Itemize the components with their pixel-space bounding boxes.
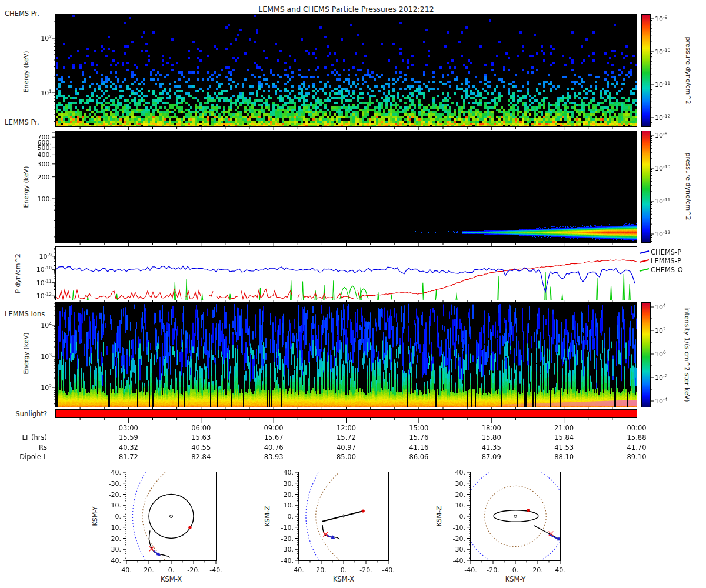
time-row-value: 88.10: [554, 453, 574, 461]
colorbar4-tick-label: 10-4: [655, 397, 667, 406]
orbit2-ytick-label: 20.: [284, 490, 294, 498]
colorbar4-tick-label: 100: [655, 350, 666, 359]
orbit3-ytick-label: -40.: [453, 557, 465, 564]
time-row-value: 41.53: [554, 443, 574, 452]
orbit2-ytick-label: -10.: [281, 523, 294, 531]
pressure-ytick-label: 10-12: [36, 292, 52, 300]
time-row-value: 40.32: [119, 443, 138, 452]
colorbar2-tick-label: 10-10: [655, 164, 670, 173]
orbit1-ytick-label: 10.: [111, 523, 122, 531]
time-row-value: 82.84: [191, 453, 211, 461]
orbit3-ytick-label: -20.: [453, 534, 465, 542]
orbit2-ytick-label: -30.: [281, 546, 294, 553]
chems-ytick-label: 101: [41, 89, 52, 98]
colorbar4-tick-label: 104: [655, 303, 666, 312]
orbit1-ytick-label: -30.: [109, 479, 121, 487]
colorbar1-tick-label: 10-11: [655, 81, 670, 89]
orbit1-ytick-label: 20.: [111, 534, 122, 542]
orbit3-ytick-label: -30.: [453, 546, 465, 553]
orbit1-ytick-label: -40.: [109, 469, 121, 476]
orbit2-xtick-label: -40.: [382, 566, 394, 574]
orbit3-xtick-label: 0.: [512, 566, 519, 574]
time-row-value: 41.35: [482, 443, 501, 452]
time-row-value: 41.70: [627, 443, 647, 452]
orbit1-xtick-label: -20.: [187, 566, 199, 574]
time-row-value: 40.55: [191, 443, 211, 452]
time-row-value: 85.00: [337, 453, 356, 461]
ions-ytick-label: 102: [41, 383, 52, 392]
time-row-value: 40.97: [337, 443, 356, 452]
legend-label-lemms-p: LEMMS-P: [651, 257, 681, 265]
time-row-value: 81.72: [119, 453, 138, 461]
orbit1-ytick-label: -20.: [109, 490, 121, 498]
pressure-ytick-label: 10-10: [36, 265, 52, 274]
orbit3-ytick-label: 30.: [455, 479, 466, 487]
orbit3-ytick-label: 40.: [455, 469, 466, 476]
time-tick-label: 18:00: [482, 424, 501, 432]
time-tick-label: 15:00: [409, 424, 428, 432]
generated-labels: 10-910-1010-1110-1210-910-1010-1110-1210…: [0, 0, 706, 588]
orbit2-xtick-label: 40.: [294, 566, 304, 574]
colorbar2-tick-label: 10-9: [655, 131, 667, 140]
time-row-value: 15.63: [191, 433, 211, 442]
colorbar1-tick-label: 10-12: [655, 113, 670, 122]
ions-ytick-label: 103: [41, 352, 52, 361]
time-row-label-2: Dipole L: [19, 453, 47, 461]
time-row-value: 89.10: [627, 453, 647, 461]
orbit1-xtick-label: 0.: [168, 566, 175, 574]
lemms-ytick-label: 400.: [38, 151, 52, 159]
time-tick-label: 06:00: [191, 424, 211, 432]
orbit2-ytick-label: 10.: [284, 502, 294, 509]
time-tick-label: 12:00: [337, 424, 356, 432]
orbit3-xtick-label: 20.: [532, 566, 543, 574]
orbit1-xtick-label: 40.: [121, 566, 132, 574]
chems-ytick-label: 102: [41, 34, 52, 43]
colorbar2-tick-label: 10-11: [655, 197, 670, 206]
colorbar2-tick-label: 10-12: [655, 230, 670, 239]
lemms-ytick-label: 100.: [38, 195, 52, 203]
pressure-ytick-label: 10-11: [36, 278, 52, 287]
pressure-ytick-label: 10-9: [39, 252, 52, 260]
time-tick-label: 09:00: [264, 424, 284, 432]
time-row-label-1: Rs: [39, 443, 47, 452]
orbit1-ytick-label: 40.: [111, 557, 122, 564]
orbit3-ytick-label: 10.: [455, 502, 466, 509]
orbit1-ytick-label: 0.: [115, 513, 122, 520]
orbit3-xtick-label: -40.: [464, 566, 477, 574]
orbit3-ytick-label: 20.: [455, 490, 466, 498]
orbit2-xtick-label: 0.: [341, 566, 347, 574]
plot-page: LEMMS and CHEMS Particle Pressures 2012:…: [0, 0, 706, 588]
legend-label-chems-p: CHEMS-P: [651, 248, 681, 256]
time-row-value: 87.09: [482, 453, 501, 461]
orbit2-ytick-label: 40.: [284, 469, 294, 476]
time-tick-label: 03:00: [119, 424, 138, 432]
time-row-value: 41.16: [409, 443, 428, 452]
orbit1-xtick-label: -40.: [209, 566, 222, 574]
orbit3-ytick-label: 0.: [459, 513, 466, 520]
orbit3-xtick-label: -20.: [487, 566, 499, 574]
time-row-value: 15.67: [264, 433, 284, 442]
lemms-ytick-label: 300.: [38, 160, 52, 168]
orbit2-ytick-label: -40.: [281, 557, 294, 564]
time-row-value: 40.76: [264, 443, 284, 452]
time-tick-label: 21:00: [554, 424, 574, 432]
time-row-value: 15.59: [119, 433, 138, 442]
orbit3-xtick-label: 40.: [555, 566, 565, 574]
time-row-value: 86.06: [409, 453, 428, 461]
orbit2-ytick-label: -20.: [281, 534, 294, 542]
time-tick-label: 00:00: [627, 424, 646, 432]
time-row-value: 83.93: [264, 453, 284, 461]
colorbar1-tick-label: 10-10: [655, 48, 670, 56]
orbit1-ytick-label: 30.: [111, 546, 122, 553]
orbit2-xtick-label: -20.: [359, 566, 372, 574]
time-row-value: 15.80: [482, 433, 501, 442]
time-row-value: 15.88: [627, 433, 647, 442]
legend-label-chems-o: CHEMS-O: [651, 266, 683, 274]
time-row-value: 15.84: [554, 433, 574, 442]
time-row-value: 15.76: [409, 433, 428, 442]
time-row-label-0: LT (hrs): [22, 433, 48, 442]
orbit2-xtick-label: 20.: [316, 566, 327, 574]
orbit2-ytick-label: 30.: [284, 479, 294, 487]
colorbar4-tick-label: 102: [655, 326, 666, 335]
lemms-ytick-label: 200.: [38, 173, 52, 181]
